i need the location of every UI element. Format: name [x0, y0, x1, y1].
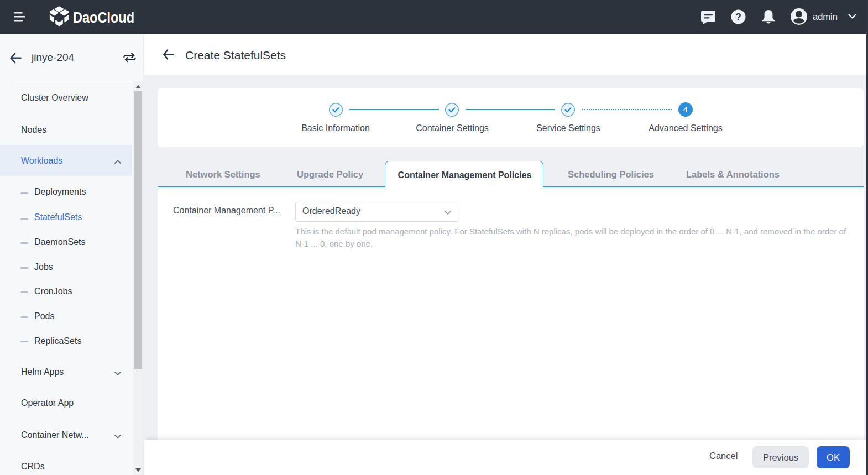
svg-text:?: ?	[735, 12, 741, 23]
